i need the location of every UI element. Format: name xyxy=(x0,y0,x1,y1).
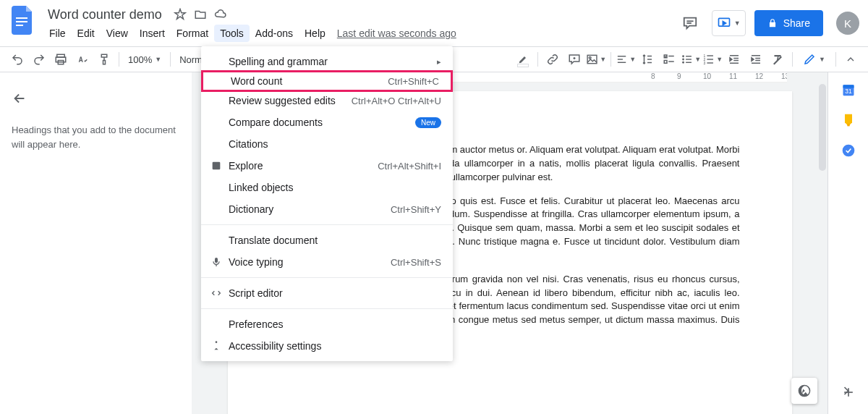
menu-file[interactable]: File xyxy=(43,25,72,42)
svg-rect-27 xyxy=(686,59,692,59)
svg-rect-0 xyxy=(16,17,27,19)
svg-rect-33 xyxy=(707,59,713,59)
svg-point-25 xyxy=(682,62,684,64)
last-edit[interactable]: Last edit was seconds ago xyxy=(337,28,456,39)
align-button[interactable]: ▼ xyxy=(616,49,636,69)
cloud-icon[interactable] xyxy=(214,8,227,21)
line-spacing-button[interactable] xyxy=(637,49,658,69)
paint-format-button[interactable] xyxy=(94,49,114,69)
tasks-icon[interactable] xyxy=(841,143,856,158)
share-button[interactable]: Share xyxy=(754,10,823,36)
svg-rect-32 xyxy=(707,55,713,56)
present-button[interactable]: ▼ xyxy=(712,10,746,36)
dd-item-linked-objects[interactable]: Linked objects xyxy=(201,177,453,198)
svg-text:3: 3 xyxy=(704,61,706,65)
editing-mode-button[interactable]: ▼ xyxy=(797,49,831,69)
menu-edit[interactable]: Edit xyxy=(72,25,101,42)
star-icon[interactable] xyxy=(174,8,187,21)
outline-back-button[interactable] xyxy=(12,85,38,111)
dd-item-preferences[interactable]: Preferences xyxy=(201,313,453,335)
menu-tools[interactable]: Tools xyxy=(214,25,250,42)
svg-rect-26 xyxy=(686,56,692,56)
tools-dropdown: Spelling and grammar▸Word countCtrl+Shif… xyxy=(201,46,453,361)
indent-increase-button[interactable] xyxy=(746,49,766,69)
collapse-toolbar-button[interactable] xyxy=(841,49,861,69)
share-label: Share xyxy=(783,17,810,29)
redo-button[interactable] xyxy=(29,49,49,69)
svg-rect-11 xyxy=(587,55,597,63)
number-list-button[interactable]: 123▼ xyxy=(702,49,723,69)
svg-rect-7 xyxy=(56,57,66,62)
dd-item-review-suggested-edits[interactable]: Review suggested editsCtrl+Alt+O Ctrl+Al… xyxy=(201,90,453,111)
comment-button[interactable] xyxy=(564,49,584,69)
svg-rect-51 xyxy=(215,258,218,263)
dd-item-word-count[interactable]: Word countCtrl+Shift+C xyxy=(201,70,453,92)
dd-item-dictionary[interactable]: DictionaryCtrl+Shift+Y xyxy=(201,198,453,220)
svg-rect-21 xyxy=(664,61,667,64)
comments-icon[interactable] xyxy=(677,10,703,36)
menu-view[interactable]: View xyxy=(101,25,134,42)
image-button[interactable]: ▼ xyxy=(586,49,606,69)
dd-item-script-editor[interactable]: Script editor xyxy=(201,282,453,304)
svg-point-52 xyxy=(216,341,218,343)
highlight-button[interactable] xyxy=(513,49,533,69)
svg-text:31: 31 xyxy=(845,88,852,95)
zoom-select[interactable]: 100%▼ xyxy=(124,54,166,65)
dd-item-translate-document[interactable]: Translate document xyxy=(201,229,453,251)
menu-help[interactable]: Help xyxy=(299,25,331,42)
outline-placeholder: Headings that you add to the document wi… xyxy=(12,123,180,151)
dd-item-spelling-and-grammar[interactable]: Spelling and grammar▸ xyxy=(201,51,453,72)
svg-point-24 xyxy=(682,59,684,61)
move-icon[interactable] xyxy=(194,8,207,21)
side-panel-toggle[interactable] xyxy=(833,378,859,404)
outline-panel: Headings that you add to the document wi… xyxy=(0,72,192,414)
dd-item-voice-typing[interactable]: Voice typingCtrl+Shift+S xyxy=(201,251,453,273)
print-button[interactable] xyxy=(51,49,71,69)
menu-format[interactable]: Format xyxy=(171,25,214,42)
indent-decrease-button[interactable] xyxy=(724,49,744,69)
docs-logo[interactable] xyxy=(9,6,38,35)
svg-rect-46 xyxy=(847,124,849,126)
checklist-button[interactable] xyxy=(659,49,679,69)
dd-item-explore[interactable]: ExploreCtrl+Alt+Shift+I xyxy=(201,155,453,177)
svg-rect-28 xyxy=(686,62,692,63)
side-panel: 31 xyxy=(827,72,868,414)
menu-insert[interactable]: Insert xyxy=(134,25,171,42)
svg-rect-50 xyxy=(213,162,221,170)
clear-format-button[interactable] xyxy=(767,49,788,69)
undo-button[interactable] xyxy=(7,49,27,69)
avatar[interactable]: K xyxy=(836,12,859,35)
explore-floating-button[interactable] xyxy=(791,378,817,404)
spellcheck-button[interactable] xyxy=(72,49,93,69)
svg-rect-1 xyxy=(16,21,27,22)
svg-rect-2 xyxy=(16,25,23,26)
doc-title[interactable]: Word counter demo xyxy=(43,6,166,24)
dd-item-citations[interactable]: Citations xyxy=(201,133,453,155)
dd-item-compare-documents[interactable]: Compare documentsNew xyxy=(201,111,453,133)
keep-icon[interactable] xyxy=(841,113,856,127)
svg-rect-34 xyxy=(707,62,713,63)
svg-point-47 xyxy=(842,145,854,157)
menu-add-ons[interactable]: Add-ons xyxy=(250,25,299,42)
svg-point-12 xyxy=(589,56,591,59)
scrollbar[interactable] xyxy=(817,83,827,414)
calendar-icon[interactable]: 31 xyxy=(841,83,856,97)
link-button[interactable] xyxy=(542,49,563,69)
svg-point-23 xyxy=(682,55,684,57)
bullet-list-button[interactable]: ▼ xyxy=(681,49,701,69)
dd-item-accessibility-settings[interactable]: Accessibility settings xyxy=(201,335,453,357)
